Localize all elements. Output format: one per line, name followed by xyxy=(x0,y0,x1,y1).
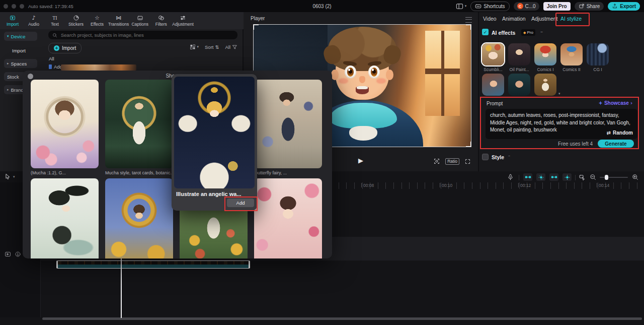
share-label: Share xyxy=(587,3,600,10)
sparkle-icon xyxy=(598,101,603,105)
character-mouth xyxy=(356,86,369,94)
microphone-icon xyxy=(507,174,514,180)
tool-captions[interactable]: Captions xyxy=(129,15,150,27)
ai-effects-collapse-icon[interactable]: – xyxy=(540,29,543,34)
sidebar-item-device[interactable]: ▾ Device xyxy=(4,32,37,41)
showcase-image-fairy[interactable] xyxy=(254,80,322,168)
showcase-image-halo[interactable] xyxy=(105,178,173,258)
focus-icon[interactable] xyxy=(433,158,440,165)
pro-badge: ◆ Pro xyxy=(521,29,535,36)
share-button[interactable]: Share xyxy=(575,2,604,11)
tab-video[interactable]: Video xyxy=(483,16,497,22)
prompt-collapse-icon[interactable]: ▾ xyxy=(558,92,560,96)
ruler-tick xyxy=(597,183,597,187)
showcase-link[interactable]: Showcase › xyxy=(598,100,632,106)
search-icon xyxy=(52,33,57,38)
fullscreen-icon[interactable] xyxy=(464,158,471,165)
audio-link-toggle[interactable] xyxy=(523,173,532,181)
grid-view-button[interactable]: ▾ xyxy=(190,44,199,50)
tab-ai-stylize[interactable]: AI stylize xyxy=(560,16,582,22)
showcase-image-mucha[interactable] xyxy=(31,80,99,168)
shortcuts-button[interactable]: Shortcuts xyxy=(470,2,509,11)
sidebar-item-spaces[interactable]: ▸ Spaces xyxy=(4,59,37,68)
tool-filters[interactable]: Filters xyxy=(150,15,172,27)
filter-all-label: All xyxy=(225,44,230,50)
showcase-image-ink[interactable] xyxy=(31,178,99,258)
slider-handle[interactable] xyxy=(605,175,608,180)
window-close-button[interactable] xyxy=(4,4,8,9)
search-input[interactable] xyxy=(60,32,233,38)
selection-handle[interactable] xyxy=(253,24,259,30)
effect-label: CG I xyxy=(585,67,610,72)
track-toggle-icon[interactable] xyxy=(15,251,21,257)
window-minimize-button[interactable] xyxy=(12,4,16,9)
hover-card-image[interactable] xyxy=(174,77,255,188)
player-menu-icon[interactable] xyxy=(465,17,472,23)
export-button[interactable]: Export xyxy=(608,2,640,11)
ratio-button[interactable]: Ratio xyxy=(445,158,459,165)
timeline-zoom-slider[interactable] xyxy=(600,177,628,178)
effect-thumb[interactable] xyxy=(534,74,556,96)
showcase-hover-card[interactable]: Illustrate an angelic wa... Add xyxy=(172,74,257,211)
sort-button[interactable]: Sort ⇅ xyxy=(205,44,219,50)
zoom-out-icon xyxy=(590,174,596,180)
tool-audio[interactable]: ♪ Audio xyxy=(23,15,44,27)
chevron-right-icon: ▸ xyxy=(7,61,9,66)
mouse-mode-button[interactable] xyxy=(579,174,586,180)
play-button[interactable]: ▶ xyxy=(358,157,363,164)
showcase-image-rose[interactable] xyxy=(254,178,322,258)
effect-thumb-oil-paint[interactable] xyxy=(508,43,530,66)
video-window-light xyxy=(425,31,460,116)
snap-icon xyxy=(564,174,571,180)
effect-thumb-scumbling[interactable] xyxy=(482,43,504,66)
horizontal-scrollbar[interactable] xyxy=(42,317,642,320)
window-zoom-button[interactable] xyxy=(20,4,24,9)
effect-thumb[interactable] xyxy=(482,74,504,96)
timeline-clip-selected[interactable] xyxy=(56,261,250,269)
track-media-icon[interactable] xyxy=(5,251,11,257)
added-thumbnail-strip[interactable] xyxy=(61,64,136,71)
style-collapse-icon[interactable]: – xyxy=(508,154,510,158)
chevron-down-icon: ▾ xyxy=(7,34,9,38)
ai-effects-label: AI effects xyxy=(492,30,515,36)
filter-button[interactable]: All xyxy=(225,44,237,50)
app-window: Auto saved: 17:39:45 0603 (2) ▾ Shortcut… xyxy=(0,0,644,325)
generate-button[interactable]: Generate xyxy=(598,140,634,148)
selection-handle[interactable] xyxy=(466,24,471,30)
effect-thumb-cg-1[interactable] xyxy=(587,43,609,66)
account-button[interactable]: C C...0 xyxy=(514,2,539,11)
record-voiceover-button[interactable] xyxy=(507,174,514,180)
select-tool-button[interactable]: ▾ xyxy=(5,173,15,180)
tool-effects[interactable]: ☆ Effects xyxy=(87,15,108,27)
ai-effects-checkbox[interactable]: ✓ xyxy=(482,29,489,35)
zoom-in-button[interactable] xyxy=(632,174,638,180)
layout-toggle-button[interactable]: ▾ xyxy=(456,3,467,10)
effect-thumb-comics-1[interactable] xyxy=(534,43,556,66)
join-pro-button[interactable]: Join Pro xyxy=(543,2,571,11)
tab-animation[interactable]: Animation xyxy=(502,16,526,22)
effect-thumb-comics-2[interactable] xyxy=(560,43,583,66)
tool-label: Stickers xyxy=(68,22,84,27)
beat-mark-toggle[interactable] xyxy=(536,173,545,181)
effect-thumb[interactable] xyxy=(508,74,530,96)
tool-transitions[interactable]: ⋈ Transitions xyxy=(108,15,129,27)
tool-stickers[interactable]: Stickers xyxy=(65,15,87,27)
magnet-snap-toggle[interactable] xyxy=(562,173,572,181)
tab-adjustment[interactable]: Adjustment xyxy=(531,16,558,22)
titlebar: Auto saved: 17:39:45 0603 (2) ▾ Shortcut… xyxy=(0,0,644,12)
random-button[interactable]: ⇄ Random xyxy=(607,129,633,137)
zoom-out-button[interactable] xyxy=(590,174,596,180)
showcase-image-tarot[interactable] xyxy=(105,80,173,168)
style-checkbox[interactable] xyxy=(482,154,489,160)
add-button[interactable]: Add xyxy=(227,199,254,207)
sidebar-item-import[interactable]: Import xyxy=(4,46,37,55)
tool-import[interactable]: Import xyxy=(2,15,23,27)
tool-label: Filters xyxy=(155,22,167,27)
import-media-button[interactable]: + Import xyxy=(48,43,82,53)
character-ear xyxy=(386,70,393,80)
selection-handle[interactable] xyxy=(466,142,471,147)
tool-text[interactable]: TI Text xyxy=(44,15,65,27)
linked-clip-toggle[interactable] xyxy=(549,173,558,181)
tool-adjustment[interactable]: Adjustment xyxy=(172,15,194,27)
prompt-textarea[interactable]: church, autumn leaves, roses, post-impre… xyxy=(486,109,637,139)
